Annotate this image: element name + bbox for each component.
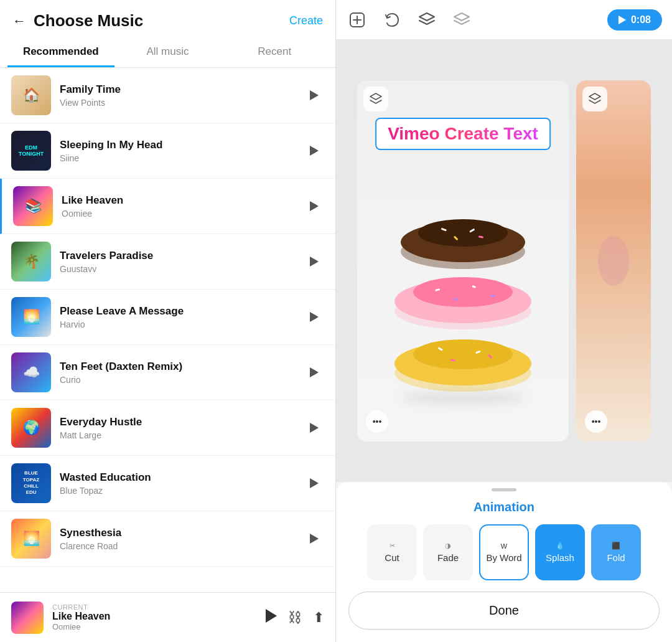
- animation-fold[interactable]: ⬛ Fold: [591, 524, 641, 580]
- play-icon: [618, 16, 626, 24]
- album-art: 📚: [13, 186, 53, 226]
- animation-splash[interactable]: 💧 Splash: [535, 524, 585, 580]
- create-button[interactable]: Create: [289, 14, 323, 27]
- track-artist: View Points: [60, 98, 304, 108]
- animation-panel: Animation ✂ Cut ◑ Fade W By Word 💧 Splas…: [336, 482, 672, 642]
- list-item[interactable]: 📚 Like Heaven Oomiee: [0, 179, 335, 234]
- list-item[interactable]: BLUETOPAZCHILLEDU Wasted Education Blue …: [0, 456, 335, 511]
- album-art: ☁️: [11, 352, 51, 392]
- album-art: EDMTONIGHT: [11, 131, 51, 171]
- track-info: Like Heaven Oomiee: [62, 194, 304, 219]
- album-art: 🌅: [11, 297, 51, 337]
- undo-icon[interactable]: [381, 9, 403, 31]
- track-title: Everyday Hustle: [60, 416, 304, 428]
- list-item[interactable]: 🌴 Travelers Paradise Guustavv: [0, 234, 335, 290]
- list-item[interactable]: EDMTONIGHT Sleeping In My Head Siine: [0, 123, 335, 179]
- music-list: 🏠 Family Time View Points EDMTONIGHT Sle…: [0, 68, 335, 592]
- play-button[interactable]: [304, 85, 324, 105]
- svg-point-21: [418, 219, 508, 247]
- play-button[interactable]: [304, 141, 324, 161]
- animation-by-word[interactable]: W By Word: [479, 524, 529, 580]
- donut-shadow: [401, 392, 525, 404]
- track-title: Sleeping In My Head: [60, 139, 304, 151]
- card-menu-button[interactable]: •••: [366, 410, 388, 433]
- card-layer-icon[interactable]: [363, 87, 388, 111]
- svg-point-14: [413, 277, 513, 307]
- track-artist: Harvio: [60, 319, 304, 329]
- donut-illustration: [357, 130, 569, 429]
- layers-up-icon[interactable]: [450, 9, 473, 31]
- album-art: BLUETOPAZCHILLEDU: [11, 463, 51, 503]
- list-item[interactable]: 🌅 Synesthesia Clarence Road: [0, 511, 335, 567]
- text-overlay[interactable]: Vimeo Create Text: [375, 118, 551, 150]
- shuffle-button[interactable]: ⛓: [288, 610, 302, 626]
- track-info: Wasted Education Blue Topaz: [60, 471, 304, 496]
- side-card-image: [589, 199, 638, 323]
- album-art: 🌴: [11, 242, 51, 281]
- list-item[interactable]: 🏠 Family Time View Points: [0, 68, 335, 123]
- list-item[interactable]: ☁️ Ten Feet (Daxten Remix) Curio: [0, 345, 335, 400]
- top-toolbar: 0:08: [336, 0, 672, 40]
- music-chooser-panel: ← Choose Music Create Recommended All mu…: [0, 0, 336, 642]
- done-button[interactable]: Done: [348, 592, 660, 630]
- play-button[interactable]: [304, 473, 324, 493]
- main-video-card: Vimeo Create Text: [357, 80, 569, 441]
- track-title: Like Heaven: [62, 194, 304, 207]
- bottom-player: CURRENT Like Heaven Oomiee ⛓ ⬆: [0, 592, 335, 642]
- back-button[interactable]: ←: [12, 14, 26, 28]
- track-artist: Oomiee: [62, 209, 304, 219]
- album-art: 🏠: [11, 75, 51, 115]
- current-track-info: CURRENT Like Heaven Oomiee: [52, 603, 110, 631]
- page-title: Choose Music: [34, 11, 282, 31]
- track-info: Family Time View Points: [60, 83, 304, 108]
- current-label: CURRENT: [52, 603, 110, 611]
- overlay-text: Vimeo Create Text: [388, 124, 538, 143]
- side-card-menu-button[interactable]: •••: [585, 410, 607, 433]
- play-button[interactable]: [304, 307, 324, 327]
- side-card-layer-icon[interactable]: [582, 87, 607, 111]
- play-button[interactable]: [304, 418, 324, 438]
- track-title: Family Time: [60, 83, 304, 96]
- track-title: Ten Feet (Daxten Remix): [60, 361, 304, 373]
- track-info: Ten Feet (Daxten Remix) Curio: [60, 361, 304, 385]
- current-track-title: Like Heaven: [52, 611, 110, 622]
- editor-panel: 0:08 Vimeo Create Text: [336, 0, 672, 642]
- animation-fade[interactable]: ◑ Fade: [423, 524, 473, 580]
- album-art: 🌅: [11, 519, 51, 559]
- album-art: 🌍: [11, 408, 51, 448]
- play-button[interactable]: [304, 196, 324, 216]
- fade-label: Fade: [437, 552, 459, 563]
- header: ← Choose Music Create: [0, 0, 335, 37]
- share-button[interactable]: ⬆: [313, 610, 324, 626]
- play-button[interactable]: [304, 362, 324, 382]
- track-title: Wasted Education: [60, 471, 304, 484]
- layers-icon[interactable]: [416, 9, 438, 31]
- current-album-art: [11, 602, 44, 634]
- track-artist: Clarence Road: [60, 541, 304, 551]
- track-artist: Matt Large: [60, 430, 304, 440]
- add-icon[interactable]: [346, 9, 368, 31]
- tab-all-music[interactable]: All music: [114, 37, 222, 67]
- track-artist: Guustavv: [60, 264, 304, 274]
- tab-recent[interactable]: Recent: [221, 37, 328, 67]
- list-item[interactable]: 🌍 Everyday Hustle Matt Large: [0, 400, 335, 456]
- fold-label: Fold: [607, 552, 625, 563]
- track-artist: Blue Topaz: [60, 486, 304, 496]
- svg-marker-4: [454, 13, 469, 21]
- side-video-card: •••: [576, 80, 651, 441]
- play-pause-button[interactable]: [266, 609, 277, 626]
- play-button[interactable]: [304, 529, 324, 549]
- tab-recommended[interactable]: Recommended: [7, 37, 114, 67]
- svg-point-26: [598, 236, 629, 286]
- current-track-artist: Oomiee: [52, 622, 110, 631]
- track-info: Travelers Paradise Guustavv: [60, 250, 304, 274]
- play-timer-button[interactable]: 0:08: [607, 9, 662, 31]
- tab-bar: Recommended All music Recent: [0, 37, 335, 68]
- animation-cut[interactable]: ✂ Cut: [367, 524, 417, 580]
- list-item[interactable]: 🌅 Please Leave A Message Harvio: [0, 290, 335, 345]
- track-artist: Siine: [60, 153, 304, 163]
- preview-area: Vimeo Create Text: [336, 40, 672, 482]
- drag-handle: [492, 488, 516, 491]
- track-info: Everyday Hustle Matt Large: [60, 416, 304, 440]
- play-button[interactable]: [304, 252, 324, 271]
